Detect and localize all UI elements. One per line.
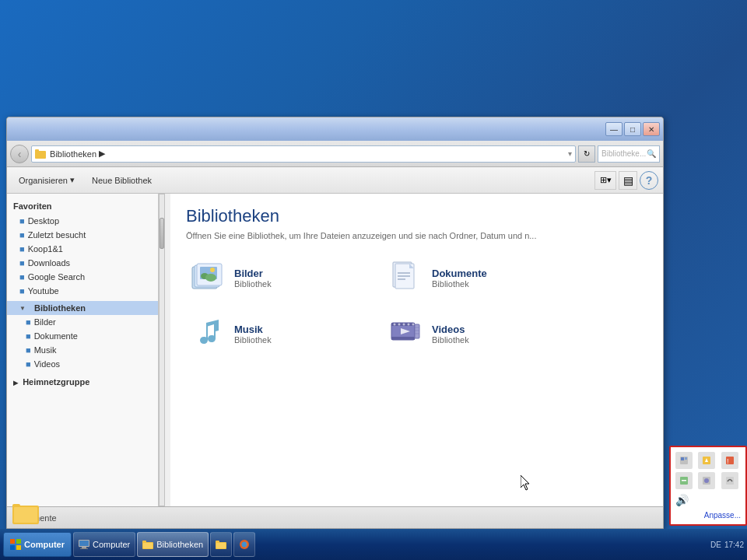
heimnetz-expand-icon: ▶ [13, 380, 18, 387]
svg-point-8 [210, 268, 215, 272]
dokumente-name: Dokumente [432, 268, 487, 279]
time-display: 17:42 [724, 541, 744, 549]
desktop-icon: ■ [19, 216, 25, 226]
bilder-icon: ■ [26, 317, 31, 327]
musik-type: Bibliothek [234, 335, 272, 345]
libraries-header[interactable]: ▼ Bibliotheken [7, 301, 158, 315]
desktop-folder-icon[interactable] [12, 501, 40, 526]
dokumente-label: Dokumente [34, 331, 78, 341]
crumb-arrow: ▶ [99, 149, 105, 159]
bilder-label: Bilder [34, 317, 56, 327]
sound-icon: 🔊 [675, 494, 689, 506]
notif-icon-1[interactable] [675, 452, 693, 469]
view-mode-button[interactable]: ⊞▾ [594, 171, 616, 190]
dokumente-text: Dokumente Bibliothek [432, 268, 487, 289]
sidebar-item-youtube[interactable]: ■ Youtube [7, 284, 158, 298]
library-musik[interactable]: Musik Bibliothek [186, 312, 365, 355]
sidebar-item-koop[interactable]: ■ Koop1&1 [7, 242, 158, 256]
refresh-button[interactable]: ↻ [578, 145, 595, 163]
close-button[interactable]: ✕ [643, 122, 660, 136]
libraries-collapse-icon: ▼ [19, 305, 26, 312]
library-bilder[interactable]: Bilder Bibliothek [186, 256, 365, 299]
videos-icon-svg [388, 317, 423, 351]
notif-icon-2[interactable] [698, 452, 715, 469]
taskbar: Computer Computer Bibliotheken [0, 529, 747, 560]
search-icon: 🔍 [647, 149, 656, 158]
sidebar-item-videos[interactable]: ■ Videos [7, 357, 158, 371]
taskbar-item-bibliotheken[interactable]: Bibliotheken [137, 532, 209, 557]
start-button[interactable]: Computer [3, 532, 72, 557]
notif-icon-6[interactable] [721, 472, 738, 489]
koop-icon: ■ [19, 244, 25, 254]
svg-rect-1 [35, 149, 39, 152]
notif-sound-row: 🔊 [675, 492, 741, 506]
notif-icon-svg-2 [701, 455, 712, 466]
maximize-button[interactable]: □ [624, 122, 641, 136]
sidebar-scrollbar[interactable] [159, 194, 165, 506]
search-box[interactable]: Bibliotheke... 🔍 [598, 145, 660, 163]
organize-dropdown-icon: ▾ [70, 175, 75, 185]
notif-icon-svg-4 [679, 475, 689, 486]
taskbar-item-computer[interactable]: Computer [73, 532, 135, 557]
bilder-type: Bibliothek [234, 279, 272, 289]
content-title: Bibliotheken [186, 206, 647, 226]
notif-icon-4[interactable] [675, 472, 693, 489]
taskbar-right: DE 17:42 [710, 541, 744, 549]
scrollbar-thumb[interactable] [160, 218, 164, 249]
videos-type: Bibliothek [432, 335, 469, 345]
koop-label: Koop1&1 [28, 244, 63, 254]
sidebar-item-musik[interactable]: ■ Musik [7, 343, 158, 357]
folder-icon [35, 148, 47, 160]
content-area: Bibliotheken Öffnen Sie eine Bibliothek,… [170, 194, 663, 506]
svg-rect-59 [726, 477, 734, 485]
clock-area: 17:42 [724, 541, 744, 549]
sidebar-item-bilder[interactable]: ■ Bilder [7, 315, 158, 329]
musik-icon-area [189, 315, 226, 352]
neue-bibliothek-label: Neue Bibliothek [92, 176, 152, 185]
notif-icon-svg-6 [724, 475, 735, 486]
musik-label: Musik [34, 345, 57, 355]
desktop: — □ ✕ ‹ Bibliotheken ▶ ▾ ↻ [0, 0, 747, 560]
videos-icon-area [387, 315, 424, 352]
taskbar-item-firefox[interactable] [233, 532, 255, 557]
taskbar-folder2-icon [216, 540, 226, 549]
folder-desktop-icon [12, 501, 40, 526]
svg-rect-35 [16, 545, 21, 550]
musik-icon-svg [191, 317, 225, 351]
minimize-button[interactable]: — [605, 122, 622, 136]
anpassen-button[interactable]: Anpasse... [675, 509, 741, 520]
library-dokumente[interactable]: Dokumente Bibliothek [384, 256, 563, 299]
svg-point-58 [704, 478, 709, 483]
sidebar-item-google[interactable]: ■ Google Search [7, 270, 158, 284]
address-dropdown[interactable]: ▾ [568, 149, 572, 158]
organize-button[interactable]: Organisieren ▾ [12, 170, 82, 191]
notif-icon-3[interactable]: ! [721, 452, 738, 469]
search-placeholder: Bibliotheke... [601, 149, 646, 158]
svg-rect-37 [79, 541, 89, 546]
zuletzt-label: Zuletzt besucht [28, 230, 86, 240]
videos-label: Videos [34, 359, 60, 369]
tray-de: DE [710, 541, 721, 549]
neue-bibliothek-button[interactable]: Neue Bibliothek [85, 170, 159, 191]
sidebar-container: Favoriten ■ Desktop ■ Zuletzt besucht ■ [7, 194, 170, 506]
heimnetz-header[interactable]: ▶ Heimnetzgruppe [7, 374, 158, 390]
dokumente-icon-area [387, 259, 424, 296]
address-input[interactable]: Bibliotheken ▶ ▾ [31, 145, 576, 163]
sidebar-item-dokumente[interactable]: ■ Dokumente [7, 329, 158, 343]
downloads-label: Downloads [28, 258, 70, 268]
sidebar-item-zuletzt[interactable]: ■ Zuletzt besucht [7, 228, 158, 242]
sidebar-item-downloads[interactable]: ■ Downloads [7, 256, 158, 270]
svg-rect-34 [10, 545, 15, 550]
videos-name: Videos [432, 324, 469, 335]
preview-pane-button[interactable]: ▤ [619, 171, 637, 190]
library-videos[interactable]: Videos Bibliothek [384, 312, 563, 355]
address-crumb: Bibliotheken [50, 149, 96, 159]
help-button[interactable]: ? [640, 171, 658, 190]
back-button[interactable]: ‹ [10, 145, 29, 163]
title-bar: — □ ✕ [7, 117, 663, 141]
notif-icon-5[interactable] [698, 472, 715, 489]
taskbar-item-folder2[interactable] [210, 532, 232, 557]
computer-icon [79, 540, 89, 549]
sidebar-item-desktop[interactable]: ■ Desktop [7, 214, 158, 228]
favorites-header[interactable]: Favoriten [7, 198, 158, 214]
